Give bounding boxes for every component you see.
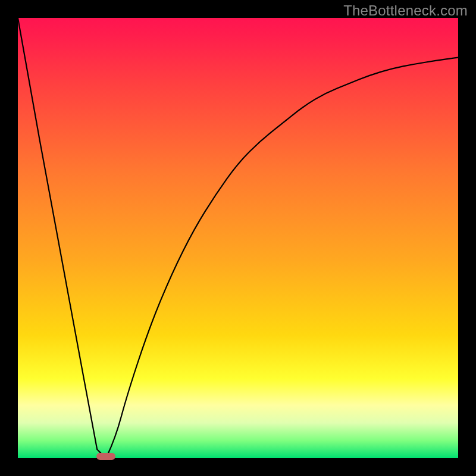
optimal-marker bbox=[96, 453, 115, 460]
bottleneck-curve bbox=[18, 18, 458, 458]
chart-plot-area bbox=[18, 18, 458, 458]
watermark-text: TheBottleneck.com bbox=[343, 2, 468, 19]
chart-stage: TheBottleneck.com bbox=[0, 0, 476, 476]
